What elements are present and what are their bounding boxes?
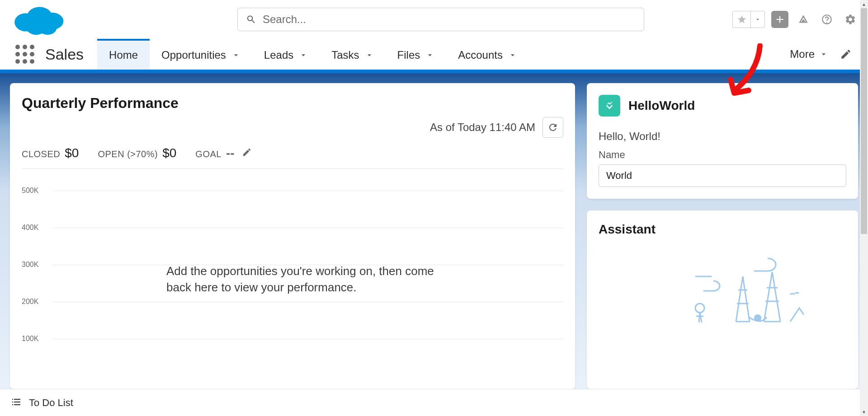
page-content: Quarterly Performance As of Today 11:40 … [0, 73, 868, 389]
checklist-icon [11, 397, 22, 407]
nav-item-files[interactable]: Files [386, 39, 447, 70]
svg-point-6 [695, 304, 704, 313]
todo-list-icon[interactable] [11, 397, 22, 409]
chevron-down-icon[interactable] [299, 51, 308, 60]
metric-closed: CLOSED $0 [22, 146, 79, 160]
name-input[interactable] [599, 164, 846, 187]
setup-button[interactable] [842, 11, 859, 28]
search-icon [246, 14, 256, 25]
nav-item-home[interactable]: Home [97, 39, 150, 70]
handshake-icon [603, 99, 616, 112]
pencil-icon [242, 147, 252, 157]
nav-divider [0, 70, 868, 73]
refresh-button[interactable] [542, 117, 563, 138]
assistant-title: Assistant [599, 222, 846, 237]
assistant-card: Assistant [587, 210, 858, 389]
scrollbar-thumb[interactable] [861, 8, 867, 234]
helloworld-title: HelloWorld [628, 98, 695, 113]
scroll-down-icon[interactable]: ▼ [860, 408, 868, 416]
edit-goal-button[interactable] [242, 147, 252, 157]
favorites-dropdown[interactable] [751, 11, 764, 28]
global-create-button[interactable] [771, 11, 788, 28]
nav-item-label: Home [109, 49, 138, 61]
global-header [0, 0, 868, 39]
nav-item-label: Opportunities [161, 49, 226, 61]
grid-line [53, 228, 563, 228]
performance-chart: 500K 400K 300K 200K 100K Add the opportu… [22, 177, 563, 377]
chart-empty-message: Add the opportunities you're working on,… [166, 263, 447, 296]
trailhead-icon [797, 14, 809, 25]
metric-value: $0 [65, 146, 79, 160]
helloworld-greeting: Hello, World! [599, 130, 846, 143]
chevron-down-icon[interactable] [231, 51, 241, 60]
chevron-down-icon[interactable] [508, 51, 517, 60]
scroll-up-icon[interactable]: ▲ [860, 0, 868, 8]
global-actions [732, 11, 859, 28]
global-search-input[interactable] [263, 13, 636, 26]
quarterly-title: Quarterly Performance [22, 95, 563, 112]
name-field-label: Name [599, 149, 846, 161]
grid-line [53, 302, 563, 302]
refresh-icon [547, 122, 558, 133]
nav-item-label: Files [397, 49, 420, 61]
vertical-scrollbar[interactable]: ▲ ▼ [860, 0, 868, 416]
pencil-icon [840, 48, 852, 60]
helloworld-app-icon [599, 95, 620, 117]
utility-bar: To Do List [0, 389, 868, 416]
star-icon [737, 14, 747, 24]
favorites-combo[interactable] [732, 11, 765, 28]
nav-item-label: Leads [264, 49, 293, 61]
global-search[interactable] [237, 8, 644, 31]
metric-label: CLOSED [22, 149, 60, 159]
edit-nav-button[interactable] [837, 46, 854, 63]
quarterly-performance-card: Quarterly Performance As of Today 11:40 … [10, 83, 575, 389]
chevron-down-icon[interactable] [365, 51, 374, 60]
global-search-container [237, 8, 644, 31]
app-nav: Sales Home Opportunities Leads Tasks Fil… [0, 39, 868, 70]
favorite-button[interactable] [733, 11, 751, 28]
nav-items: Home Opportunities Leads Tasks Files Acc… [97, 39, 529, 70]
metric-value: $0 [162, 146, 176, 160]
as-of-text: As of Today 11:40 AM [430, 121, 535, 134]
nav-item-label: Tasks [331, 49, 359, 61]
question-icon [821, 14, 833, 25]
metric-label: GOAL [195, 149, 222, 159]
nav-item-label: More [790, 48, 815, 61]
nav-item-leads[interactable]: Leads [252, 39, 320, 70]
metric-value: -- [226, 146, 235, 160]
nav-item-accounts[interactable]: Accounts [446, 39, 529, 70]
grid-line [53, 191, 563, 191]
svg-point-5 [754, 314, 761, 322]
metric-label: OPEN (>70%) [98, 149, 158, 159]
todo-list-button[interactable]: To Do List [29, 397, 73, 409]
trailhead-button[interactable] [795, 11, 812, 28]
y-tick-label: 300K [22, 261, 38, 269]
metric-open: OPEN (>70%) $0 [98, 146, 176, 160]
svg-point-4 [38, 21, 57, 35]
gear-icon [844, 14, 856, 25]
y-tick-label: 200K [22, 298, 38, 306]
salesforce-logo [9, 2, 68, 37]
y-tick-label: 400K [22, 224, 38, 232]
chevron-down-icon[interactable] [425, 51, 434, 60]
nav-item-opportunities[interactable]: Opportunities [150, 39, 252, 70]
y-tick-label: 100K [22, 335, 38, 343]
help-button[interactable] [818, 11, 835, 28]
assistant-illustration [599, 245, 846, 326]
grid-line [53, 339, 563, 339]
nav-item-label: Accounts [458, 49, 503, 61]
app-launcher-icon[interactable] [14, 43, 36, 65]
caret-down-icon [819, 50, 828, 59]
nav-item-more[interactable]: More [790, 48, 828, 61]
app-name: Sales [45, 46, 84, 63]
chevron-down-icon [755, 16, 761, 23]
plus-icon [774, 14, 786, 25]
y-tick-label: 500K [22, 187, 38, 195]
metrics-row: CLOSED $0 OPEN (>70%) $0 GOAL -- [22, 146, 563, 169]
metric-goal: GOAL -- [195, 146, 251, 160]
nav-item-tasks[interactable]: Tasks [320, 39, 385, 70]
helloworld-card: HelloWorld Hello, World! Name [587, 83, 858, 199]
